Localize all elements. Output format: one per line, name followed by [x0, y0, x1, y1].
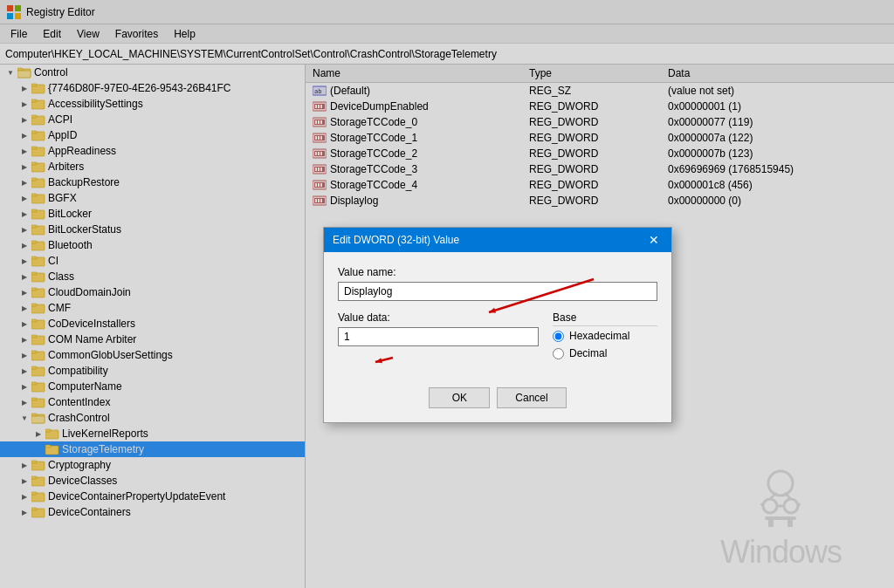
hexadecimal-option[interactable]: Hexadecimal	[553, 330, 657, 342]
hexadecimal-radio[interactable]	[553, 331, 564, 342]
decimal-radio[interactable]	[553, 348, 564, 359]
value-data-field: Value data:	[338, 311, 539, 346]
ok-button[interactable]: OK	[429, 387, 490, 408]
value-data-input[interactable]	[338, 327, 539, 346]
base-group: Base Hexadecimal Decimal	[553, 311, 657, 365]
modal-overlay: Edit DWORD (32-bit) Value ✕ Value name: …	[0, 0, 894, 588]
decimal-option[interactable]: Decimal	[553, 347, 657, 359]
dialog-close-button[interactable]: ✕	[645, 233, 663, 247]
dialog-titlebar: Edit DWORD (32-bit) Value ✕	[324, 228, 671, 252]
decimal-label: Decimal	[569, 347, 607, 359]
value-name-input[interactable]	[338, 282, 657, 301]
hexadecimal-label: Hexadecimal	[569, 330, 629, 342]
value-base-row: Value data: Base Hexadecimal Decimal	[338, 311, 657, 365]
value-name-label: Value name:	[338, 266, 657, 278]
dialog-buttons: OK Cancel	[324, 379, 671, 422]
cancel-button[interactable]: Cancel	[497, 387, 566, 408]
dialog-title: Edit DWORD (32-bit) Value	[333, 234, 459, 246]
value-data-label: Value data:	[338, 311, 539, 324]
dialog-body: Value name: Value data: Base Hexadecimal	[324, 252, 671, 379]
base-label: Base	[553, 311, 657, 326]
edit-dword-dialog: Edit DWORD (32-bit) Value ✕ Value name: …	[323, 227, 672, 423]
